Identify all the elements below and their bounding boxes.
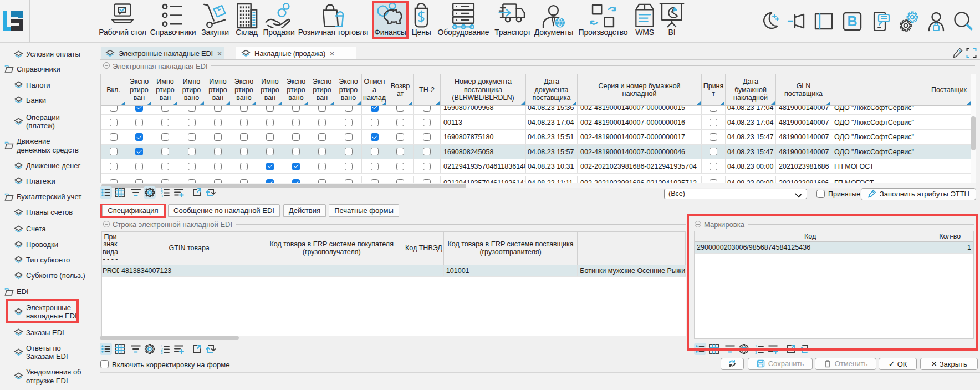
- svg-text:B: B: [847, 13, 857, 29]
- svg-text:3: 3: [161, 194, 163, 198]
- svg-text:3: 3: [161, 351, 163, 354]
- svg-text:3: 3: [755, 351, 757, 354]
